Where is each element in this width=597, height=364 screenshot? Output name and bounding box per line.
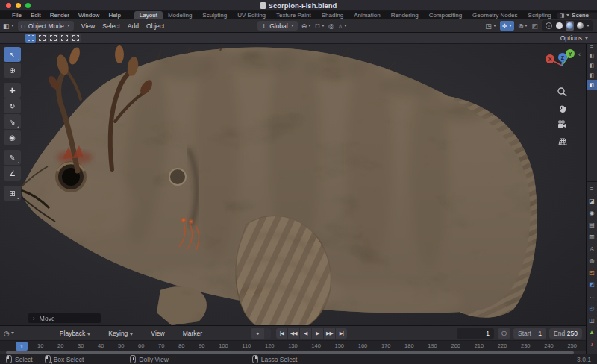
tab-world[interactable]: ◍ — [590, 254, 595, 266]
workspace-tab[interactable]: Shading — [316, 11, 348, 19]
tab-tool[interactable]: ◪ — [589, 195, 595, 207]
playhead[interactable]: 1 — [16, 342, 28, 351]
menu-playback[interactable]: Playback — [56, 330, 95, 337]
workspace-tab[interactable]: Sculpting — [197, 11, 232, 19]
timeline-scrollbar[interactable] — [0, 351, 586, 354]
select-mode-intersect[interactable] — [70, 34, 81, 43]
move-tool[interactable]: ✚ — [4, 83, 21, 98]
gizmo-x-neg-axis[interactable] — [573, 63, 582, 72]
outliner-editor-icon[interactable]: ≡ — [590, 44, 594, 51]
annotate-tool[interactable]: ✎ — [4, 150, 21, 165]
material-preview-shading-button[interactable] — [566, 21, 574, 31]
add-cube-tool[interactable]: ⊞ — [4, 186, 21, 201]
camera-view-button[interactable] — [556, 119, 568, 131]
record-options-button[interactable] — [264, 328, 271, 339]
frame-clock-button[interactable]: ◷ — [498, 328, 510, 339]
outliner-row[interactable]: ◧ — [587, 51, 597, 60]
gizmo-z-neg-axis[interactable] — [561, 66, 570, 75]
wireframe-shading-button[interactable] — [545, 21, 553, 31]
sidebar-toggle-arrow[interactable]: ‹ — [578, 51, 581, 58]
select-mode-invert[interactable] — [59, 34, 69, 43]
frame-start-field[interactable]: Start1 — [513, 328, 546, 339]
select-mode-extend[interactable] — [37, 34, 47, 43]
zoom-view-button[interactable] — [556, 86, 568, 98]
rendered-shading-button[interactable] — [576, 21, 584, 31]
editor-type-button[interactable]: ◧ — [3, 22, 14, 30]
timeline-editor-type-button[interactable]: ◷ — [4, 330, 14, 337]
solid-shading-button[interactable] — [555, 21, 563, 31]
minimize-button[interactable] — [16, 3, 21, 8]
menu-select[interactable]: Select — [99, 22, 124, 30]
tab-filter[interactable]: ≡ — [590, 183, 594, 195]
cursor-tool[interactable]: ⊕ — [4, 63, 21, 78]
viewport-3d[interactable]: ↖⊕✚↻⇘◉✎∠⊞ XYZ — [0, 44, 586, 325]
current-frame-field[interactable]: 1 — [457, 328, 494, 339]
rotate-tool[interactable]: ↻ — [4, 98, 21, 113]
tab-particles[interactable]: ∴ — [590, 290, 593, 302]
menu-help[interactable]: Help — [104, 12, 125, 19]
select-mode-set[interactable] — [25, 34, 36, 43]
proportional-editing-toggle[interactable]: ◎ — [328, 22, 334, 30]
operator-panel[interactable]: › Move — [28, 313, 101, 323]
menu-keying[interactable]: Keying — [104, 330, 137, 337]
xray-toggle[interactable]: ◩ — [531, 22, 538, 30]
menu-render[interactable]: Render — [46, 12, 74, 19]
workspace-tab[interactable]: Animation — [348, 11, 386, 19]
navigation-gizmo[interactable]: XYZ — [539, 46, 582, 87]
select-box-tool[interactable]: ↖ — [4, 47, 21, 62]
play-button[interactable]: ▶ — [312, 328, 323, 339]
tab-scene[interactable]: ◬ — [590, 242, 594, 254]
menu-marker[interactable]: Marker — [179, 330, 206, 337]
transform-tool[interactable]: ◉ — [4, 130, 21, 145]
scene-selector[interactable]: ◨ Scene ⊞ × — [557, 12, 597, 19]
gizmo-x-axis[interactable]: X — [546, 54, 554, 63]
menu-add[interactable]: Add — [124, 22, 143, 30]
menu-tl-view[interactable]: View — [147, 330, 168, 337]
workspace-tab[interactable]: Texture Paint — [271, 11, 316, 19]
tab-data[interactable]: ▲ — [589, 326, 595, 338]
measure-tool[interactable]: ∠ — [4, 166, 21, 181]
transform-orientation-dropdown[interactable]: ⊥ Global — [257, 21, 298, 31]
menu-window[interactable]: Window — [74, 12, 104, 19]
workspace-tab[interactable]: Modeling — [163, 11, 197, 19]
jump-to-start-button[interactable]: |◀ — [276, 328, 287, 339]
scrollbar-thumb[interactable] — [6, 351, 574, 354]
snap-toggle[interactable]: Ω — [315, 22, 325, 30]
workspace-tab[interactable]: Scripting — [523, 11, 557, 19]
tab-physics[interactable]: ◴ — [590, 302, 595, 314]
falloff-dropdown[interactable]: ∧ — [338, 22, 348, 30]
prev-keyframe-button[interactable]: ◀◀ — [288, 328, 299, 339]
menu-object[interactable]: Object — [143, 22, 169, 30]
jump-to-end-button[interactable]: ▶| — [336, 328, 347, 339]
workspace-tab[interactable]: Compositing — [424, 11, 467, 19]
menu-edit[interactable]: Edit — [26, 12, 46, 19]
tab-object[interactable]: ◰ — [589, 266, 595, 278]
workspace-tab[interactable]: Rendering — [386, 11, 424, 19]
mode-dropdown[interactable]: □ Object Mode — [18, 21, 74, 31]
outliner-row[interactable]: ◧ — [587, 60, 597, 70]
close-button[interactable] — [6, 3, 11, 8]
pivot-point-dropdown[interactable]: ⊕ — [301, 22, 312, 30]
zoom-button[interactable] — [25, 3, 31, 8]
workspace-tab[interactable]: Geometry Nodes — [467, 11, 522, 19]
options-dropdown[interactable]: Options — [560, 34, 588, 42]
workspace-tab[interactable]: Layout — [134, 11, 163, 19]
timeline-ruler[interactable]: 1020304050607080901001101201301401501601… — [0, 341, 586, 351]
outliner-row[interactable]: ◧ — [587, 70, 597, 80]
tab-constraints[interactable]: ◫ — [589, 314, 595, 326]
gizmo-z-axis[interactable]: Z — [558, 53, 567, 62]
pan-view-button[interactable] — [556, 102, 568, 114]
scorpion-fish-model[interactable] — [0, 44, 586, 325]
tab-view-layer[interactable]: ▥ — [589, 230, 595, 242]
perspective-toggle-button[interactable] — [556, 135, 568, 147]
workspace-tab[interactable]: UV Editing — [232, 11, 271, 19]
object-visibility-dropdown[interactable]: ◳ — [485, 22, 496, 30]
menu-view[interactable]: View — [78, 22, 99, 30]
next-keyframe-button[interactable]: ▶▶ — [324, 328, 335, 339]
frame-end-field[interactable]: End250 — [549, 328, 582, 339]
tab-material[interactable]: ◕ — [590, 338, 594, 350]
show-gizmo-toggle[interactable]: ✛ — [500, 21, 514, 31]
outliner-row-selected[interactable]: ◧ — [587, 80, 597, 90]
select-mode-subtract[interactable] — [48, 34, 58, 43]
play-reverse-button[interactable]: ◀ — [300, 328, 311, 339]
